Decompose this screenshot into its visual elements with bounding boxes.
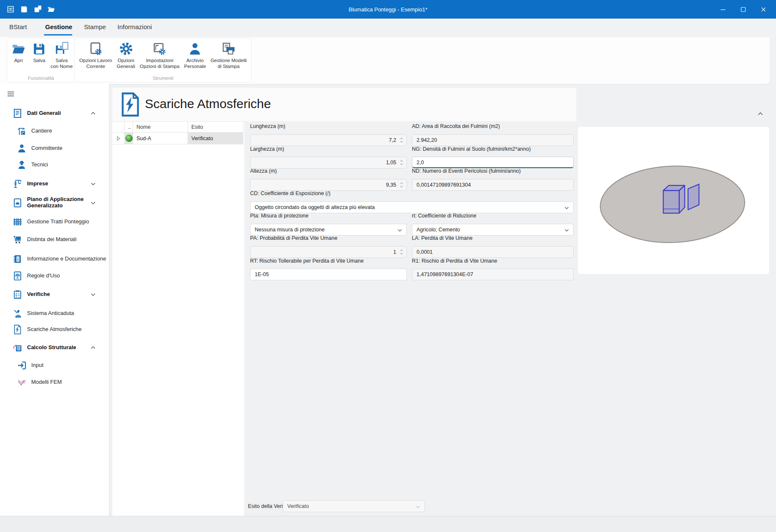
sidebar-item-imprese[interactable]: Imprese [0,175,122,193]
3d-viewport[interactable] [577,126,770,274]
tab-stampe[interactable]: Stampe [84,23,106,30]
active-tab-underline [44,34,72,35]
sidebar-item-cantiere[interactable]: Cantiere [0,122,126,140]
ribbon-collapse-button[interactable] [756,110,765,118]
sidebar-item-informazione-e-documentazione[interactable]: Informazione e Documentazione [0,250,122,268]
close-button[interactable] [753,0,773,19]
chevron-down-icon[interactable] [90,200,96,206]
menu-icon[interactable] [7,90,15,98]
table-header-nome[interactable]: Nome [133,122,188,133]
chevron-down-icon[interactable] [90,291,96,298]
sidebar-item-label: Verifiche [27,291,50,298]
sidebar-item-modelli-fem[interactable]: Modelli FEM [0,373,126,391]
sidebar-item-label: Imprese [27,181,48,187]
ad-value: 2.942,20 [417,137,437,143]
sidebar-item-committente[interactable]: Committente [0,139,126,157]
checklist-icon [13,290,22,299]
ribbon-button-salva[interactable]: Salva con Nome [51,42,73,69]
save-as-icon [54,42,68,56]
ribbon-button-apri[interactable]: Apri [9,42,28,64]
ribbon-button-salva[interactable]: Salva [30,42,49,64]
save-as-icon[interactable] [34,5,41,13]
book-info-icon [13,254,22,264]
ribbon-button-impostazioni[interactable]: Impostazioni Opzioni di Stampa [140,42,180,69]
app-logo-icon[interactable] [7,5,14,13]
chevron-up-icon[interactable] [90,345,96,351]
ribbon: ApriSalvaSalva con NomeFunzionalitàOpzio… [0,37,770,84]
row-name-cell[interactable]: Sud-A [133,133,188,144]
minimize-button[interactable] [713,0,733,19]
spinner-arrows-icon[interactable] [398,180,405,190]
tab-bstart[interactable]: BStart [9,23,27,30]
pa-input[interactable]: 1 [250,246,407,258]
chevron-down-icon [564,228,569,233]
ribbon-button-label: Impostazioni Opzioni di Stampa [140,58,180,69]
print-doc-icon [222,42,236,56]
ribbon-button-gestione-modelli[interactable]: Gestione Modelli di Stampa [210,42,247,69]
ribbon-button-label: Opzioni Generali [117,58,135,69]
open-folder-icon[interactable] [47,5,55,13]
ribbon-button-opzioni-lavoro[interactable]: Opzioni Lavoro Corrente [79,42,112,69]
maximize-button[interactable] [733,0,753,19]
save-icon[interactable] [20,5,28,13]
input-arrow-icon [17,361,27,370]
tab-gestione[interactable]: Gestione [45,23,72,30]
altezza-input[interactable]: 9,35 [250,179,407,191]
nd-input: 0,00147109897691304 [412,179,574,191]
title-bar: Blumatica Ponteggi - Esempio1* [0,0,776,19]
sidebar-item-calcolo-strutturale[interactable]: Calcolo Strutturale [0,339,122,356]
cd-select[interactable]: Oggetto circondato da oggetti di altezza… [250,201,574,213]
sidebar-item-scariche-atmosferiche[interactable]: Scariche Atmosferiche [0,320,122,338]
sidebar-item-regole-d-uso[interactable]: Regole d'Uso [0,267,122,285]
ng-input[interactable]: 2,0 [412,157,574,168]
sidebar-item-sistema-anticaduta[interactable]: Sistema Anticaduta [0,304,122,322]
window-title: Blumatica Ponteggi - Esempio1* [0,6,776,13]
la-value: 0,0001 [417,249,433,255]
larghezza-input[interactable]: 1,05 [250,157,407,168]
save-icon [32,42,46,56]
chevron-up-icon[interactable] [90,110,96,117]
doc-helmet-icon [13,198,22,208]
spinner-arrows-icon[interactable] [398,136,405,145]
person-helmet-icon [17,160,27,170]
cd-value: Oggetto circondato da oggetti di altezza… [255,204,375,210]
document-lines-icon [13,109,22,118]
spinner-arrows-icon[interactable] [398,247,405,257]
sidebar-item-label: Dati Generali [27,110,61,117]
ribbon-button-archivio[interactable]: Archivio Personale [184,42,206,69]
ribbon-button-opzioni[interactable]: Opzioni Generali [117,42,135,69]
print-gear-icon [152,42,166,56]
row-expander[interactable] [112,133,125,144]
sidebar-item-gestione-tratti-ponteggio[interactable]: Gestione Tratti Ponteggio [0,213,122,231]
pta-select[interactable]: Nessuna misura di protezione [250,224,407,236]
ribbon-group-strumenti: Opzioni Lavoro CorrenteOpzioni GeneraliI… [74,38,252,82]
table-header-esito[interactable]: Esito [188,122,243,133]
structural-calc-icon [13,343,22,353]
lunghezza-value: 7,2 [255,137,398,143]
sidebar-item-piano-di-applicazione-generalizzato[interactable]: Piano di Applicazione Generalizzato [0,192,122,213]
spinner-arrows-icon[interactable] [398,158,405,167]
rt-tollerabile-input[interactable]: 1E-05 [250,269,407,280]
lunghezza-label: Lunghezza (m) [250,123,285,129]
sidebar-item-input[interactable]: Input [0,356,126,374]
verification-result-select[interactable]: Verificato [283,500,425,512]
altezza-value: 9,35 [255,182,398,188]
rt-select[interactable]: Agricolo; Cemento [412,224,574,236]
table-row[interactable]: Sud-AVerificato [112,133,244,144]
sidebar-item-verifiche[interactable]: Verifiche [0,285,122,303]
verification-result-value: Verificato [287,503,309,509]
chevron-down-icon[interactable] [90,181,96,187]
expand-triangle-icon [116,136,121,141]
scaffold-icon [13,217,22,227]
table-header-status[interactable]: .. [125,122,133,133]
row-esito-cell[interactable]: Verificato [188,133,243,144]
sidebar-item-distinta-dei-materiali[interactable]: Distinta dei Materiali [0,231,122,248]
tab-informazioni[interactable]: Informazioni [117,23,152,30]
status-green-icon [125,135,133,142]
la-label: LA: Perdita di Vite Umane [412,235,473,241]
sidebar-item-dati-generali[interactable]: Dati Generali [0,104,122,122]
sidebar-item-tecnici[interactable]: Tecnici [0,156,126,174]
la-input: 0,0001 [412,246,574,258]
fem-wave-icon [17,377,27,387]
lunghezza-input[interactable]: 7,2 [250,134,407,146]
